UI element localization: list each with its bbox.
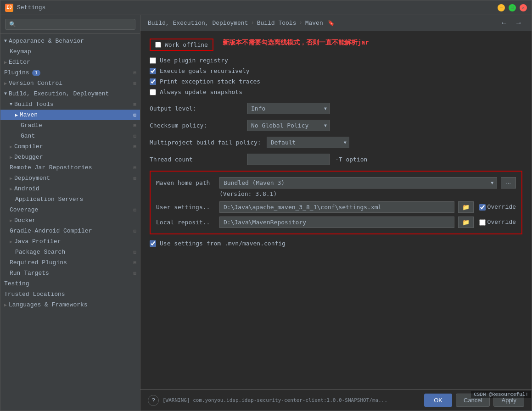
help-button[interactable]: ? (148, 395, 159, 406)
arrow-icon: ▶ (10, 186, 12, 192)
sidebar-item-testing[interactable]: Testing (0, 278, 140, 289)
multiproject-policy-select[interactable]: Default At End Never Fail Fast (267, 137, 349, 148)
arrow-icon: ▶ (4, 60, 7, 65)
work-offline-checkbox[interactable] (155, 42, 161, 48)
user-settings-override-label[interactable]: Override (487, 204, 516, 211)
sidebar-item-trusted-locations[interactable]: Trusted Locations (0, 289, 140, 300)
sidebar-item-label: Editor (9, 59, 30, 66)
breadcrumb-bar: Build, Execution, Deployment › Build Too… (140, 15, 532, 31)
maximize-button[interactable]: □ (509, 4, 516, 11)
output-level-select-wrapper: Info Debug Error (247, 103, 330, 114)
use-plugin-registry-label[interactable]: Use plugin registry (160, 57, 228, 64)
sidebar-item-label: Required Plugins (10, 259, 67, 266)
grid-icon: ⊞ (133, 144, 136, 150)
window-title: Settings (17, 4, 45, 11)
plugin-badge: 1 (32, 70, 41, 76)
annotation-text: 新版本不需要勾选离线模式，否则一直不能解析jar (223, 39, 369, 47)
window-controls: ─ □ ✕ (498, 4, 527, 11)
sidebar-item-android[interactable]: ▶ Android (0, 183, 140, 194)
user-settings-override-check: Override (479, 204, 516, 211)
user-settings-override-checkbox[interactable] (479, 204, 486, 211)
search-input[interactable] (5, 19, 135, 30)
use-mvn-config-checkbox[interactable] (150, 240, 156, 247)
sidebar-item-label: Appearance & Behavior (9, 38, 84, 44)
user-settings-browse-button[interactable]: 📁 (458, 201, 474, 213)
breadcrumb-3: Maven (305, 20, 323, 27)
maven-home-select[interactable]: Bundled (Maven 3) Custom (219, 177, 497, 189)
grid-icon: ⊞ (133, 122, 136, 128)
checksum-policy-select[interactable]: No Global Policy Strict Warn Fail (247, 120, 330, 131)
local-repo-browse-button[interactable]: 📁 (458, 217, 474, 228)
titlebar: IJ Settings ─ □ ✕ (0, 0, 532, 15)
maven-version-text: (Version: 3.8.1) (219, 190, 277, 197)
arrow-icon: ▶ (10, 176, 12, 181)
multiproject-select-wrapper: Default At End Never Fail Fast (267, 137, 349, 148)
sidebar-item-gant[interactable]: Gant ⊞ (0, 131, 140, 141)
sidebar-item-debugger[interactable]: ▶ Debugger (0, 152, 140, 162)
forward-button[interactable]: → (513, 19, 524, 27)
grid-icon: ⊞ (133, 207, 136, 213)
sidebar-item-java-profiler[interactable]: ▶ Java Profiler (0, 236, 140, 247)
output-level-select[interactable]: Info Debug Error (247, 103, 330, 114)
use-mvn-config-label[interactable]: Use settings from .mvn/maven.config (160, 240, 286, 247)
grid-icon: ⊞ (133, 260, 136, 266)
sidebar-item-editor[interactable]: ▶ Editor (0, 57, 140, 67)
sidebar-item-keymap[interactable]: Keymap (0, 46, 140, 57)
sidebar-item-maven[interactable]: ▶ Maven ⊞ (0, 110, 140, 120)
maven-home-row: Maven home path Bundled (Maven 3) Custom… (156, 177, 516, 189)
sidebar-item-run-targets[interactable]: Run Targets ⊞ (0, 268, 140, 278)
sidebar-item-gradle[interactable]: Gradle ⊞ (0, 120, 140, 131)
sidebar-item-app-servers[interactable]: Application Servers (0, 194, 140, 205)
sidebar-item-compiler[interactable]: ▶ Compiler ⊞ (0, 141, 140, 152)
back-button[interactable]: ← (498, 19, 510, 27)
sidebar-item-label: Application Servers (15, 196, 83, 203)
output-level-row: Output level: Info Debug Error (150, 103, 522, 114)
print-exception-checkbox[interactable] (150, 78, 156, 85)
sidebar-item-languages[interactable]: ▶ Languages & Frameworks (0, 300, 140, 310)
thread-count-row: Thread count -T option (150, 154, 522, 165)
thread-count-input[interactable] (247, 154, 330, 165)
use-mvn-config-row: Use settings from .mvn/maven.config (150, 240, 522, 247)
main-content: ▼ Appearance & Behavior Keymap ▶ Editor … (0, 15, 532, 411)
always-update-label[interactable]: Always update snapshots (160, 89, 242, 95)
local-repo-override-checkbox[interactable] (479, 219, 486, 226)
sidebar-item-label: Java Profiler (14, 238, 61, 245)
maven-home-select-wrapper: Bundled (Maven 3) Custom ▼ (219, 177, 497, 189)
sidebar-item-build-tools[interactable]: ▼ Build Tools ⊞ (0, 99, 140, 110)
work-offline-label[interactable]: Work offline (165, 41, 208, 48)
sidebar-item-version-control[interactable]: ▶ Version Control ⊞ (0, 78, 140, 89)
arrow-icon: ▶ (4, 81, 7, 86)
sidebar-item-label: Gradle (21, 122, 42, 129)
execute-goals-checkbox[interactable] (150, 68, 156, 74)
arrow-icon: ▶ (4, 302, 7, 308)
user-settings-input[interactable] (219, 201, 454, 213)
sidebar-item-docker[interactable]: ▶ Docker (0, 215, 140, 226)
sidebar-item-label: Languages & Frameworks (9, 301, 88, 308)
execute-goals-label[interactable]: Execute goals recursively (160, 67, 250, 74)
always-update-checkbox[interactable] (150, 89, 156, 95)
sidebar-item-appearance[interactable]: ▼ Appearance & Behavior (0, 36, 140, 46)
arrow-icon: ▶ (15, 112, 18, 118)
sidebar-item-plugins[interactable]: Plugins 1 ⊞ (0, 67, 140, 78)
sidebar-item-build[interactable]: ▼ Build, Execution, Deployment (0, 89, 140, 99)
local-repo-override-label[interactable]: Override (487, 219, 516, 226)
sidebar-item-gradle-android[interactable]: Gradle-Android Compiler ⊞ (0, 226, 140, 236)
sidebar-item-deployment[interactable]: ▶ Deployment ⊞ (0, 173, 140, 183)
local-repo-input[interactable] (219, 217, 454, 228)
maven-home-more-button[interactable]: ··· (501, 177, 516, 189)
sidebar-item-coverage[interactable]: Coverage ⊞ (0, 205, 140, 215)
work-offline-box: Work offline (150, 39, 213, 51)
sidebar-item-label: Build, Execution, Deployment (9, 90, 109, 97)
user-settings-row: User settings.. 📁 Override (156, 201, 516, 213)
grid-icon: ⊞ (133, 101, 136, 107)
sidebar-item-remote-jar[interactable]: Remote Jar Repositories ⊞ (0, 162, 140, 173)
grid-icon: ⊞ (133, 165, 136, 171)
use-plugin-registry-checkbox[interactable] (150, 57, 156, 64)
ok-button[interactable]: OK (424, 394, 452, 407)
sidebar: ▼ Appearance & Behavior Keymap ▶ Editor … (0, 15, 140, 411)
minimize-button[interactable]: ─ (498, 4, 505, 11)
print-exception-label[interactable]: Print exception stack traces (160, 78, 260, 85)
sidebar-item-required-plugins[interactable]: Required Plugins ⊞ (0, 257, 140, 268)
sidebar-item-package-search[interactable]: Package Search ⊞ (0, 247, 140, 257)
close-button[interactable]: ✕ (520, 4, 527, 11)
